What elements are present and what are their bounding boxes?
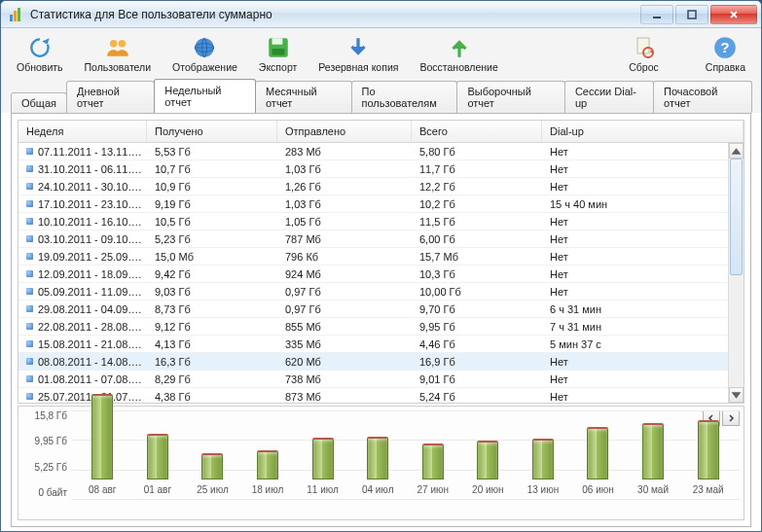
maximize-button[interactable] xyxy=(675,5,708,24)
scroll-thumb[interactable] xyxy=(730,159,743,275)
backup-button[interactable]: Резервная копия xyxy=(312,34,404,75)
chart-bar[interactable] xyxy=(477,441,498,479)
table-row[interactable]: 19.09.2011 - 25.09….15,0 Мб796 Кб15,7 Мб… xyxy=(18,248,744,266)
table-cell: 620 Мб xyxy=(277,355,412,369)
column-header[interactable]: Отправлено xyxy=(277,121,412,142)
table-cell: 19.09.2011 - 25.09…. xyxy=(18,250,147,264)
table-cell: 0,97 Гб xyxy=(277,285,412,299)
titlebar[interactable]: Статистика для Все пользователи суммарно xyxy=(1,1,761,28)
row-bullet-icon xyxy=(26,393,33,400)
chart-bar[interactable] xyxy=(201,453,223,479)
scroll-down-button[interactable] xyxy=(729,387,744,403)
table-cell: 12.09.2011 - 18.09…. xyxy=(18,267,147,281)
table-row[interactable]: 08.08.2011 - 14.08….16,3 Гб620 Мб16,9 Гб… xyxy=(18,353,744,371)
tab-custom[interactable]: Выборочный отчет xyxy=(456,81,564,113)
table-cell: 15 ч 40 мин xyxy=(542,197,744,211)
table-row[interactable]: 15.08.2011 - 21.08….4,13 Гб335 Мб4,46 Гб… xyxy=(18,336,744,353)
table-cell: 15,0 Мб xyxy=(147,250,277,264)
row-bullet-icon xyxy=(26,375,33,382)
toolbar-label: Справка xyxy=(706,61,745,73)
table-row[interactable]: 01.08.2011 - 07.08….8,29 Гб738 Мб9,01 Гб… xyxy=(18,371,744,388)
table-row[interactable]: 17.10.2011 - 23.10….9,19 Гб1,03 Гб10,2 Г… xyxy=(18,195,744,213)
doc-reset-icon xyxy=(631,36,658,59)
chart-bar[interactable] xyxy=(422,443,444,479)
column-header[interactable]: Всего xyxy=(412,121,542,142)
reset-button[interactable]: Сброс xyxy=(623,34,665,75)
x-tick-label: 06 июн xyxy=(582,484,614,498)
toolbar-label: Отображение xyxy=(172,61,237,73)
table-row[interactable]: 03.10.2011 - 09.10….5,23 Гб787 Мб6,00 Гб… xyxy=(18,231,744,248)
table-cell: 873 Мб xyxy=(277,390,412,404)
scroll-track[interactable] xyxy=(729,159,744,387)
column-header[interactable]: Неделя xyxy=(18,121,147,142)
table-cell: 24.10.2011 - 30.10…. xyxy=(18,180,147,194)
vertical-scrollbar[interactable] xyxy=(728,143,744,403)
svg-rect-4 xyxy=(688,11,696,18)
restore-button[interactable]: Восстановление xyxy=(414,34,503,75)
tab-monthly[interactable]: Месячный отчет xyxy=(255,81,352,113)
chart-bar[interactable] xyxy=(367,437,388,479)
table-cell: Нет xyxy=(542,232,744,246)
chart-bar[interactable] xyxy=(642,423,664,479)
window-title: Статистика для Все пользователи суммарно xyxy=(30,8,640,21)
chart-bar[interactable] xyxy=(532,439,554,479)
minimize-button[interactable] xyxy=(640,5,673,24)
table-row[interactable]: 24.10.2011 - 30.10….10,9 Гб1,26 Гб12,2 Г… xyxy=(18,178,744,195)
tab-hourly[interactable]: Почасовой отчет xyxy=(653,81,752,113)
table-cell: 10,2 Гб xyxy=(412,197,542,211)
table-cell: 1,03 Гб xyxy=(277,162,412,176)
column-header[interactable]: Dial-up xyxy=(542,121,744,142)
tab-daily[interactable]: Дневной отчет xyxy=(66,81,155,113)
scroll-up-button[interactable] xyxy=(729,143,744,159)
table-cell: 31.10.2011 - 06.11…. xyxy=(18,162,147,176)
chart-bar[interactable] xyxy=(257,450,278,479)
tab-general[interactable]: Общая xyxy=(11,92,67,113)
display-button[interactable]: Отображение xyxy=(166,34,243,75)
table-cell: 796 Кб xyxy=(277,250,412,264)
table-row[interactable]: 10.10.2011 - 16.10….10,5 Гб1,05 Гб11,5 Г… xyxy=(18,213,744,231)
close-button[interactable] xyxy=(710,5,757,24)
refresh-button[interactable]: Обновить xyxy=(11,34,69,75)
table-cell: 787 Мб xyxy=(277,232,412,246)
help-button[interactable]: ?Справка xyxy=(700,34,751,75)
table-row[interactable]: 05.09.2011 - 11.09….9,03 Гб0,97 Гб10,00 … xyxy=(18,283,744,301)
column-header[interactable]: Получено xyxy=(147,121,277,142)
y-tick-label: 15,8 Гб xyxy=(20,410,67,421)
table-row[interactable]: 29.08.2011 - 04.09….8,73 Гб0,97 Гб9,70 Г… xyxy=(18,301,744,318)
table-row[interactable]: 22.08.2011 - 28.08….9,12 Гб855 Мб9,95 Гб… xyxy=(18,318,744,336)
chart-bar[interactable] xyxy=(91,394,113,479)
bar-wrap: 30 май xyxy=(626,423,681,498)
tab-byuser[interactable]: По пользователям xyxy=(351,81,458,113)
table-cell: 5,23 Гб xyxy=(147,232,277,246)
table-row[interactable]: 12.09.2011 - 18.09….9,42 Гб924 Мб10,3 Гб… xyxy=(18,266,744,283)
chart-bar[interactable] xyxy=(698,420,719,479)
tab-weekly[interactable]: Недельный отчет xyxy=(154,79,256,113)
table-cell: 335 Мб xyxy=(277,337,412,351)
table-cell: 9,12 Гб xyxy=(147,320,277,334)
chart-bar[interactable] xyxy=(312,438,334,479)
table-cell: 7 ч 31 мин xyxy=(542,320,744,334)
table-cell: 15.08.2011 - 21.08…. xyxy=(18,337,147,351)
users-button[interactable]: Пользователи xyxy=(79,34,158,75)
table-row[interactable]: 07.11.2011 - 13.11….5,53 Гб283 Мб5,80 Гб… xyxy=(18,143,744,160)
table-cell: 4,13 Гб xyxy=(147,337,277,351)
table-row[interactable]: 31.10.2011 - 06.11….10,7 Гб1,03 Гб11,7 Г… xyxy=(18,160,744,178)
table-cell: Нет xyxy=(542,215,744,229)
svg-rect-10 xyxy=(272,38,282,45)
svg-rect-0 xyxy=(10,15,13,21)
x-tick-label: 01 авг xyxy=(144,484,171,498)
table-cell: 5,53 Гб xyxy=(147,145,277,159)
table-cell: 6 ч 31 мин xyxy=(542,302,744,316)
table-body: 07.11.2011 - 13.11….5,53 Гб283 Мб5,80 Гб… xyxy=(18,143,744,403)
table-cell: 9,70 Гб xyxy=(412,302,542,316)
row-bullet-icon xyxy=(26,340,33,347)
x-tick-label: 27 июн xyxy=(417,484,450,498)
table-cell: 1,26 Гб xyxy=(277,180,412,194)
row-bullet-icon xyxy=(26,183,33,190)
chart-bar[interactable] xyxy=(147,434,168,479)
x-tick-label: 04 июл xyxy=(362,484,394,498)
chart-bar[interactable] xyxy=(587,427,608,479)
export-button[interactable]: Экспорт xyxy=(253,34,303,75)
tab-dialup[interactable]: Сессии Dial-up xyxy=(564,81,654,113)
arrow-down-icon xyxy=(345,36,372,59)
